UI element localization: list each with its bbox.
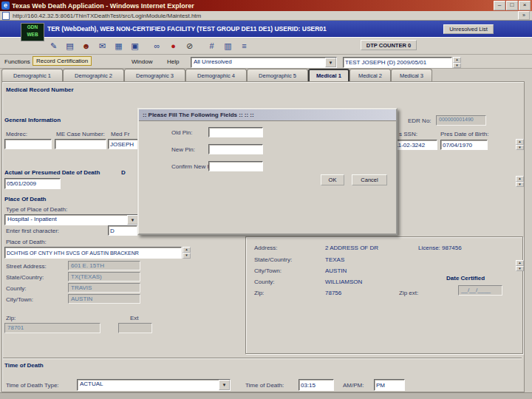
me-case-number-input[interactable] [55, 139, 106, 149]
cert-state-value: TEXAS [325, 256, 344, 263]
print-icon[interactable]: ▣ [127, 38, 143, 54]
pod-state-field: TX(TEXAS) [68, 272, 140, 282]
current-record-field[interactable] [343, 57, 452, 68]
go-icon[interactable]: » [518, 11, 530, 20]
pod-zip-ext-field [118, 323, 152, 333]
mail-icon[interactable]: ✉ [95, 38, 110, 54]
right-edge-spinner-3[interactable]: ▲ ▼ [516, 260, 524, 271]
old-pin-label: Old Pin: [171, 129, 192, 136]
cert-zip-ext-label: Zip ext: [399, 290, 418, 296]
tod-ampm-label: AM/PM: [343, 382, 364, 389]
new-pin-input[interactable] [208, 144, 263, 154]
cert-address-label: Address: [254, 245, 278, 251]
medical-record-number-label: Medical Record Number [6, 86, 74, 93]
document-icon[interactable]: ▤ [62, 38, 78, 54]
tab-demographic-3[interactable]: Demographic 3 [124, 69, 185, 81]
medrec-label: Medrec: [6, 131, 27, 137]
grid-icon[interactable]: ▥ [220, 38, 236, 54]
spin-up-icon[interactable]: ▲ [516, 139, 524, 145]
place-of-death-header: Place Of Death [4, 196, 46, 202]
right-edge-spinner-2[interactable]: ▲ ▼ [516, 176, 524, 187]
tod-type-dropdown[interactable]: ACTUAL ▼ [77, 379, 231, 391]
record-icon[interactable]: ● [166, 38, 181, 54]
ok-button[interactable]: OK [321, 174, 344, 185]
browser-window: e Texas Web Death Application - Windows … [0, 0, 532, 399]
date-of-death-input[interactable] [4, 178, 61, 189]
confirm-new-pin-input[interactable] [208, 161, 263, 171]
menu-functions[interactable]: Functions [4, 58, 30, 65]
calculator-icon[interactable]: # [204, 38, 219, 54]
cert-county-value: WILLIAMSON [325, 279, 362, 285]
date-of-death-header: Actual or Presumed Date of Death [4, 169, 100, 176]
compose-icon[interactable]: ✎ [46, 38, 61, 54]
tab-demographic-2[interactable]: Demographic 2 [63, 69, 124, 81]
unresolved-list-button[interactable]: Unresolved List [443, 24, 494, 34]
binoculars-icon[interactable]: ∞ [149, 38, 165, 54]
tab-bar: Demographic 1 Demographic 2 Demographic … [1, 69, 432, 81]
type-of-place-value: Hospital - Inpatient [5, 215, 127, 225]
street-address-field: 601 E. 15TH [68, 261, 140, 270]
place-of-death-spinner[interactable]: ▲ ▼ [183, 247, 191, 259]
save-icon[interactable]: ▦ [111, 38, 126, 54]
menu-help[interactable]: Help [167, 58, 179, 65]
spin-down-icon[interactable]: ▼ [183, 253, 191, 259]
close-button[interactable]: × [519, 1, 531, 10]
maximize-button[interactable]: □ [506, 1, 518, 10]
spin-down-icon[interactable]: ▼ [453, 63, 461, 69]
pod-state-label: State/Country: [6, 274, 44, 281]
toolbar-icons: ✎ ▤ ☻ ✉ ▦ ▣ ∞ ● ⊘ # ▥ ≡ [46, 38, 252, 54]
edr-no-label: EDR No: [408, 117, 432, 124]
medrec-input[interactable] [4, 139, 52, 149]
record-spinner[interactable]: ▲ ▼ [453, 57, 461, 68]
tab-demographic-4[interactable]: Demographic 4 [185, 69, 247, 81]
cert-zip-value: 78756 [325, 290, 341, 296]
tod-time-input[interactable] [299, 379, 334, 391]
pin-dialog: :: Please Fill The Following Fields :: :… [137, 108, 398, 235]
spin-up-icon[interactable]: ▲ [183, 247, 191, 253]
spin-down-icon[interactable]: ▼ [516, 145, 524, 151]
dob-input[interactable] [440, 140, 488, 150]
spin-up-icon[interactable]: ▲ [453, 57, 461, 63]
tab-medical-3[interactable]: Medical 3 [391, 69, 432, 81]
tod-ampm-input[interactable] [374, 379, 405, 391]
spin-up-icon[interactable]: ▲ [516, 260, 524, 266]
window-titlebar: e Texas Web Death Application - Windows … [0, 0, 532, 11]
cancel-button[interactable]: Cancel [352, 174, 387, 185]
list-icon[interactable]: ≡ [236, 38, 252, 54]
dropdown-arrow-icon[interactable]: ▼ [219, 380, 230, 390]
app-logo-line2: WEB [21, 31, 44, 38]
first-character-input[interactable] [108, 225, 137, 236]
pod-city-label: City/Town: [6, 296, 33, 303]
ie-icon: e [1, 1, 10, 10]
address-url[interactable]: http://160.42.32.5:8061/ThinTXDeathTest/… [13, 13, 518, 19]
dtp-counter-button[interactable]: DTP COUNTER 0 [361, 40, 417, 50]
tod-time-label: Time of Death: [245, 382, 284, 389]
window-title: Texas Web Death Application - Windows In… [12, 2, 494, 10]
time-of-death-header: Time of Death [4, 362, 44, 369]
spin-down-icon[interactable]: ▼ [516, 266, 524, 272]
edr-no-field: 000000001490 [436, 115, 486, 126]
old-pin-input[interactable] [208, 127, 263, 137]
general-information-header: General Information [4, 117, 61, 123]
tab-medical-2[interactable]: Medical 2 [349, 69, 391, 81]
dropdown-arrow-icon[interactable]: ▼ [325, 58, 336, 67]
section-divider [3, 358, 522, 359]
right-edge-spinner-1[interactable]: ▲ ▼ [516, 139, 524, 150]
spin-down-icon[interactable]: ▼ [516, 182, 524, 188]
type-of-place-dropdown[interactable]: Hospital - Inpatient ▼ [4, 214, 139, 225]
spin-up-icon[interactable]: ▲ [516, 176, 524, 182]
tab-medical-1[interactable]: Medical 1 [308, 69, 349, 81]
unresolved-filter-dropdown[interactable]: All Unresolved ▼ [191, 57, 337, 68]
filter-selected-value: All Unresolved [191, 58, 325, 67]
menu-window[interactable]: Window [132, 58, 152, 65]
address-bar: http://160.42.32.5:8061/ThinTXDeathTest/… [0, 11, 532, 21]
tab-demographic-1[interactable]: Demographic 1 [1, 69, 63, 81]
user-icon[interactable]: ☻ [78, 38, 94, 54]
tod-type-value: ACTUAL [78, 380, 219, 390]
tab-demographic-5[interactable]: Demographic 5 [247, 69, 308, 81]
place-of-death-input[interactable] [4, 247, 182, 259]
stop-icon[interactable]: ⊘ [182, 38, 197, 54]
minimize-button[interactable]: – [494, 1, 505, 10]
dropdown-arrow-icon[interactable]: ▼ [127, 215, 138, 225]
menu-record-certification[interactable]: Record Certification [33, 56, 92, 66]
